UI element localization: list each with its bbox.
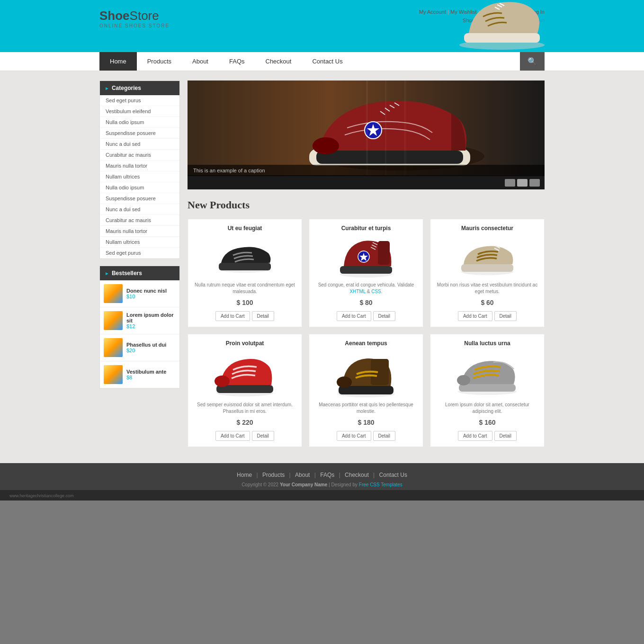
new-products-title: New Products	[188, 199, 545, 211]
product-image	[436, 350, 538, 398]
bestseller-item[interactable]: Lorem ipsum dolor sit $12	[100, 307, 179, 334]
footer: Home | Products | About | FAQs | Checkou…	[0, 463, 644, 490]
bestseller-price: $8	[126, 375, 166, 380]
detail-btn[interactable]: Detail	[252, 311, 275, 321]
search-icon: 🔍	[528, 57, 537, 66]
detail-btn[interactable]: Detail	[494, 431, 517, 441]
product-card: Ut eu feugiat Nulla rutrum neque vitae e…	[188, 219, 302, 327]
bestsellers-header: ► Bestsellers	[100, 266, 179, 280]
categories-arrow-icon: ►	[105, 86, 109, 91]
category-item[interactable]: Nulla odio ipsum	[100, 117, 179, 128]
svg-rect-14	[340, 266, 392, 274]
category-item[interactable]: Nunc a dui sed	[100, 204, 179, 215]
product-name: Proin volutpat	[194, 340, 296, 347]
image-slider: This is an example of a caption	[188, 80, 545, 189]
category-item[interactable]: Nullam ultrices	[100, 237, 179, 248]
footer-home-link[interactable]: Home	[237, 472, 252, 478]
hero-shoe	[455, 0, 549, 52]
site-url: www.heritagechristiancollege.com	[9, 493, 74, 498]
category-item[interactable]: Nunc a dui sed	[100, 139, 179, 150]
content-area: This is an example of a caption New Prod…	[188, 80, 545, 454]
category-item[interactable]: Sed eget purus	[100, 248, 179, 259]
category-item[interactable]: Curabitur ac mauris	[100, 150, 179, 161]
category-item[interactable]: Suspendisse posuere	[100, 128, 179, 139]
footer-about-link[interactable]: About	[295, 472, 310, 478]
footer-sep: |	[256, 472, 258, 478]
category-item[interactable]: Mauris nulla tortor	[100, 161, 179, 171]
footer-sep: |	[373, 472, 375, 478]
bestseller-price: $10	[126, 294, 167, 299]
categories-header: ► Categories	[100, 81, 179, 95]
svg-rect-10	[404, 80, 406, 175]
bestseller-item[interactable]: Donec nunc nisl $10	[100, 280, 179, 307]
product-image	[194, 350, 296, 398]
footer-sep: |	[339, 472, 340, 478]
footer-sep: |	[314, 472, 316, 478]
bestseller-item[interactable]: Phasellus ut dui $20	[100, 334, 179, 361]
main-content: ► Categories Sed eget purus Vestibulum e…	[99, 71, 545, 463]
bottom-bar: www.heritagechristiancollege.com	[0, 490, 644, 501]
footer-nav: Home | Products | About | FAQs | Checkou…	[99, 472, 545, 478]
product-price: $ 100	[194, 299, 296, 306]
footer-products-link[interactable]: Products	[262, 472, 285, 478]
category-item[interactable]: Curabitur ac mauris	[100, 215, 179, 226]
slider-dots	[505, 179, 540, 187]
nav-products[interactable]: Products	[137, 52, 182, 71]
category-item[interactable]: Nulla odio ipsum	[100, 182, 179, 193]
svg-point-5	[313, 137, 339, 154]
nav-about[interactable]: About	[182, 52, 219, 71]
detail-btn[interactable]: Detail	[373, 431, 396, 441]
footer-copyright: Copyright © 2022 Your Company Name | Des…	[99, 482, 545, 487]
footer-designer-link[interactable]: Free CSS Templates	[359, 482, 402, 487]
add-to-cart-btn[interactable]: Add to Cart	[215, 431, 250, 441]
product-price: $ 180	[315, 419, 417, 426]
product-name: Curabitur et turpis	[315, 225, 417, 232]
category-item[interactable]: Mauris nulla tortor	[100, 226, 179, 237]
bestseller-item[interactable]: Vestibulum ante $8	[100, 361, 179, 388]
svg-rect-15	[378, 241, 390, 265]
categories-section: ► Categories Sed eget purus Vestibulum e…	[99, 80, 180, 259]
footer-checkout-link[interactable]: Checkout	[345, 472, 369, 478]
my-account-link[interactable]: My Account	[419, 9, 446, 15]
nav-home[interactable]: Home	[99, 52, 137, 71]
product-image	[315, 235, 417, 278]
nav-contact[interactable]: Contact Us	[302, 52, 353, 71]
slider-dot-2[interactable]	[517, 179, 528, 187]
footer-contact-link[interactable]: Contact Us	[379, 472, 407, 478]
product-price: $ 160	[436, 419, 538, 426]
detail-btn[interactable]: Detail	[252, 431, 275, 441]
bestseller-thumb	[104, 284, 123, 303]
svg-rect-8	[366, 80, 368, 175]
svg-rect-4	[316, 151, 463, 164]
nav-faqs[interactable]: FAQs	[219, 52, 255, 71]
add-to-cart-btn[interactable]: Add to Cart	[337, 431, 371, 441]
slider-dot-3[interactable]	[529, 179, 540, 187]
svg-rect-12	[219, 263, 271, 270]
logo-area: ShoeStore Online Shoes Store	[99, 9, 170, 28]
product-card: Curabitur et turpis	[309, 219, 423, 327]
bestseller-thumb	[104, 338, 123, 357]
search-box[interactable]: 🔍	[520, 52, 545, 71]
product-desc: Morbi non risus vitae est vestibulum tin…	[436, 282, 538, 295]
category-item[interactable]: Sed eget purus	[100, 95, 179, 106]
product-desc: Sed semper euismod dolor sit amet interd…	[194, 402, 296, 415]
footer-faqs-link[interactable]: FAQs	[320, 472, 334, 478]
detail-btn[interactable]: Detail	[373, 311, 396, 321]
category-item[interactable]: Nullam ultrices	[100, 171, 179, 182]
bestseller-thumb	[104, 311, 123, 330]
product-name: Ut eu feugiat	[194, 225, 296, 232]
add-to-cart-btn[interactable]: Add to Cart	[458, 431, 492, 441]
product-price: $ 60	[436, 299, 538, 306]
product-card: Mauris consectetur	[430, 219, 545, 327]
product-image	[194, 235, 296, 278]
bestseller-name: Donec nunc nisl	[126, 288, 167, 294]
add-to-cart-btn[interactable]: Add to Cart	[337, 311, 371, 321]
detail-btn[interactable]: Detail	[494, 311, 517, 321]
category-item[interactable]: Suspendisse posuere	[100, 193, 179, 204]
nav-checkout[interactable]: Checkout	[255, 52, 302, 71]
slider-dot-1[interactable]	[505, 179, 515, 187]
add-to-cart-btn[interactable]: Add to Cart	[215, 311, 250, 321]
product-price: $ 80	[315, 299, 417, 306]
category-item[interactable]: Vestibulum eleifend	[100, 106, 179, 117]
add-to-cart-btn[interactable]: Add to Cart	[458, 311, 492, 321]
